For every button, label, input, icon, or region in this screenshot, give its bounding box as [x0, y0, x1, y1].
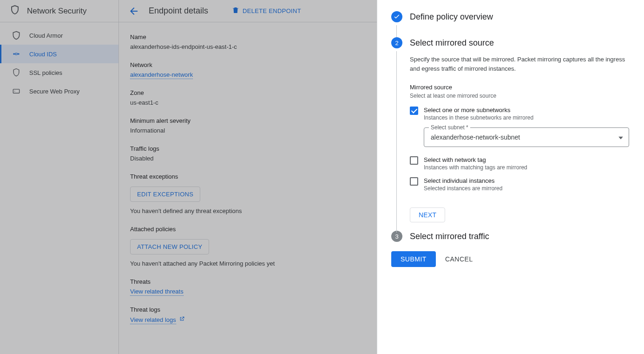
submit-button[interactable]: SUBMIT: [391, 251, 436, 267]
checkbox-subnetworks[interactable]: [410, 107, 418, 115]
sidebar-item-secure-web-proxy[interactable]: Secure Web Proxy: [0, 82, 118, 100]
sidebar-item-ssl-policies[interactable]: SSL policies: [0, 63, 118, 82]
checkbox-network-tag[interactable]: [410, 156, 418, 165]
product-header: Network Security: [0, 0, 118, 22]
proxy-icon: [12, 87, 21, 96]
checkbox-network-tag-hint: Instances with matching tags are mirrore…: [424, 164, 527, 171]
sidebar-item-cloud-ids[interactable]: Cloud IDS: [0, 45, 118, 63]
view-threats-link[interactable]: View related threats: [130, 288, 184, 296]
edit-exceptions-button[interactable]: EDIT EXCEPTIONS: [130, 187, 200, 202]
shield-icon: [9, 4, 20, 18]
sidebar-item-label: SSL policies: [29, 69, 62, 76]
checkbox-network-tag-label: Select with network tag: [424, 156, 527, 163]
delete-endpoint-label: DELETE ENDPOINT: [243, 7, 301, 14]
select-subnet-value: alexanderhose-network-subnet: [424, 128, 629, 147]
cancel-button[interactable]: CANCEL: [445, 255, 473, 263]
sidebar-item-label: Secure Web Proxy: [29, 88, 79, 95]
sidebar-item-label: Cloud Armor: [29, 32, 63, 39]
step-1-title: Define policy overview: [410, 11, 493, 22]
step-3-badge: 3: [391, 231, 402, 242]
trash-icon: [231, 6, 240, 16]
sidebar: Network Security Cloud Armor Cloud IDS S…: [0, 0, 119, 354]
sidebar-item-label: Cloud IDS: [29, 51, 57, 58]
checkbox-subnetworks-hint: Instances in these subnetworks are mirro…: [424, 114, 533, 121]
step-2-description: Specify the source that will be mirrored…: [410, 55, 629, 73]
attach-policy-button[interactable]: ATTACH NEW POLICY: [130, 239, 209, 254]
step-1-badge: [391, 11, 402, 22]
mirrored-source-heading: Mirrored source: [410, 84, 629, 91]
step-2-title: Select mirrored source: [410, 37, 494, 48]
checkbox-instances-hint: Selected instances are mirrored: [424, 185, 502, 192]
check-icon: [393, 13, 401, 21]
policy-wizard-panel: Define policy overview 2 Select mirrored…: [377, 0, 644, 354]
product-title: Network Security: [27, 7, 86, 16]
checkbox-individual-instances[interactable]: [410, 177, 418, 186]
svg-rect-2: [15, 53, 18, 54]
checkbox-subnetworks-label: Select one or more subnetworks: [424, 107, 533, 114]
checkbox-instances-label: Select individual instances: [424, 177, 502, 184]
svg-point-4: [14, 91, 15, 92]
external-link-icon: [179, 316, 185, 323]
svg-rect-3: [13, 89, 19, 93]
step-3-title: Select mirrored traffic: [410, 231, 489, 242]
network-link[interactable]: alexanderhose-network: [130, 71, 193, 79]
shield-icon: [12, 31, 21, 40]
select-subnet-label: Select subnet *: [429, 124, 470, 131]
mirrored-source-hint: Select at least one mirrored source: [410, 93, 629, 99]
sidebar-item-cloud-armor[interactable]: Cloud Armor: [0, 26, 118, 45]
svg-point-0: [13, 53, 14, 54]
caret-down-icon: [618, 134, 623, 141]
shield-outline-icon: [12, 68, 21, 77]
view-logs-link[interactable]: View related logs: [130, 316, 176, 324]
next-button[interactable]: NEXT: [410, 207, 445, 222]
svg-point-1: [18, 53, 19, 54]
back-button[interactable]: [128, 6, 139, 17]
ids-icon: [12, 49, 21, 59]
page-title: Endpoint details: [149, 6, 208, 16]
select-subnet-dropdown[interactable]: Select subnet * alexanderhose-network-su…: [424, 127, 629, 147]
delete-endpoint-button[interactable]: DELETE ENDPOINT: [231, 6, 301, 16]
step-2-badge: 2: [391, 37, 402, 48]
